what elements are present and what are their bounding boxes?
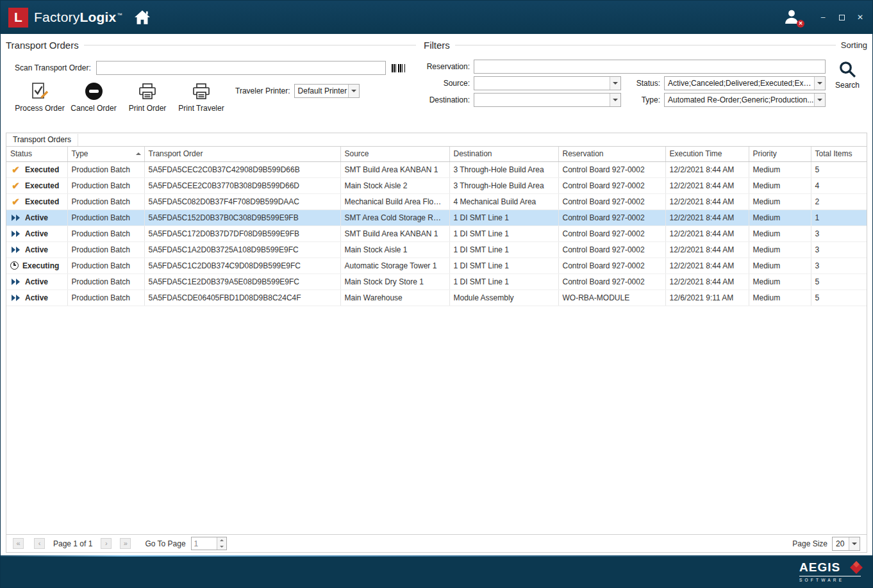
table-row[interactable]: Active Production Batch 5A5FDA5C1A2D0B37… <box>6 241 867 257</box>
destination-cell: 3 Through-Hole Build Area <box>449 177 558 193</box>
source-label: Source: <box>424 79 470 88</box>
column-header-transport-order[interactable]: Transport Order <box>144 147 340 161</box>
minimize-button[interactable]: – <box>819 13 827 22</box>
table-row[interactable]: Active Production Batch 5A5FDA5C172D0B37… <box>6 225 867 241</box>
page-size-combo[interactable]: 20 <box>832 537 860 551</box>
cancel-order-button[interactable]: Cancel Order <box>69 81 119 113</box>
goto-page-input[interactable] <box>192 537 217 550</box>
type-cell: Production Batch <box>67 209 144 225</box>
previous-page-button[interactable]: ‹ <box>34 538 45 549</box>
column-header-type[interactable]: Type <box>67 147 144 161</box>
priority-cell: Medium <box>749 177 811 193</box>
column-header-execution-time[interactable]: Execution Time <box>665 147 749 161</box>
execution-time-cell: 12/2/2021 8:44 AM <box>665 241 749 257</box>
factorylogix-logo: L FactoryLogix™ <box>8 8 122 28</box>
page-size-field: Page Size 20 <box>792 537 860 551</box>
chevron-down-icon[interactable] <box>814 94 825 106</box>
traveler-printer-combo[interactable]: Default Printer <box>294 84 360 98</box>
tab-transport-orders[interactable]: Transport Orders <box>6 134 78 146</box>
type-cell: Production Batch <box>67 193 144 209</box>
total-items-cell: 3 <box>811 225 867 241</box>
table-row[interactable]: Active Production Batch 5A5FDA5CDE06405F… <box>6 290 867 306</box>
first-page-button[interactable]: « <box>13 538 24 549</box>
brand-light: Factory <box>34 10 79 24</box>
spin-down-icon[interactable] <box>217 544 226 550</box>
status-icon <box>10 277 21 286</box>
reservation-input[interactable] <box>474 60 826 74</box>
print-order-button[interactable]: Print Order <box>122 81 172 113</box>
traveler-printer-label: Traveler Printer: <box>235 86 290 95</box>
column-header-total-items[interactable]: Total Items <box>811 147 867 161</box>
user-status-button[interactable]: ✕ <box>783 8 802 27</box>
brand-title: FactoryLogix™ <box>34 10 122 25</box>
type-combo[interactable]: Automated Re-Order;Generic;Production... <box>664 93 826 107</box>
top-panels: Transport Orders Scan Transport Order: P… <box>6 38 867 126</box>
total-items-cell: 5 <box>811 290 867 306</box>
close-button[interactable]: ✕ <box>856 13 865 22</box>
process-order-button[interactable]: Process Order <box>15 81 65 113</box>
transport-orders-table: Status Type Transport Order Source Desti… <box>6 147 867 306</box>
total-items-cell: 1 <box>811 209 867 225</box>
next-page-button[interactable]: › <box>101 538 112 549</box>
status-text: Executing <box>22 261 59 270</box>
chevron-down-icon[interactable] <box>849 537 860 550</box>
page-size-label: Page Size <box>792 539 827 548</box>
cancel-order-label: Cancel Order <box>71 104 116 113</box>
total-items-cell: 5 <box>811 274 867 290</box>
last-page-button[interactable]: » <box>120 538 131 549</box>
status-combo[interactable]: Active;Canceled;Delivered;Executed;Exec.… <box>664 76 826 90</box>
column-header-source[interactable]: Source <box>340 147 449 161</box>
execution-time-cell: 12/2/2021 8:44 AM <box>665 177 749 193</box>
type-label: Type: <box>625 95 660 104</box>
print-traveler-button[interactable]: Print Traveler <box>176 81 226 113</box>
chevron-down-icon[interactable] <box>814 77 825 90</box>
status-text: Executed <box>25 197 59 206</box>
column-header-destination[interactable]: Destination <box>449 147 558 161</box>
search-button[interactable]: Search <box>827 60 867 108</box>
scan-transport-order-input[interactable] <box>96 61 386 75</box>
chevron-down-icon[interactable] <box>610 94 620 106</box>
brand-tm: ™ <box>117 12 122 18</box>
scan-row: Scan Transport Order: <box>6 61 416 75</box>
table-row[interactable]: Active Production Batch 5A5FDA5C152D0B37… <box>6 209 867 225</box>
maximize-button[interactable] <box>837 13 846 22</box>
priority-cell: Medium <box>749 290 811 306</box>
column-header-priority[interactable]: Priority <box>749 147 811 161</box>
priority-cell: Medium <box>749 209 811 225</box>
destination-cell: 1 DI SMT Line 1 <box>449 257 558 274</box>
goto-page-label: Go To Page <box>145 539 185 548</box>
source-cell: Main Stock Aisle 2 <box>340 177 449 193</box>
destination-combo[interactable] <box>474 93 621 107</box>
destination-cell: Module Assembly <box>449 290 558 306</box>
aegis-logo: AEGIS SOFTWARE <box>799 560 861 582</box>
reservation-cell: Control Board 927-0002 <box>558 161 665 177</box>
search-label: Search <box>835 81 860 90</box>
column-header-status[interactable]: Status <box>6 147 67 161</box>
source-combo[interactable] <box>474 76 621 90</box>
sorting-expander[interactable]: Sorting <box>841 40 867 50</box>
spin-up-icon[interactable] <box>217 537 226 544</box>
table-row[interactable]: Executed Production Batch 5A5FDA5C082D0B… <box>6 193 867 209</box>
aegis-brand-text: AEGIS <box>799 560 840 575</box>
type-value: Automated Re-Order;Generic;Production... <box>665 95 814 104</box>
table-row[interactable]: Executed Production Batch 5A5FDA5CEC2C0B… <box>6 161 867 177</box>
destination-cell: 3 Through-Hole Build Area <box>449 161 558 177</box>
chevron-down-icon[interactable] <box>348 85 359 97</box>
home-button[interactable] <box>133 8 152 26</box>
total-items-cell: 4 <box>811 177 867 193</box>
type-cell: Production Batch <box>67 257 144 274</box>
table-row[interactable]: Executing Production Batch 5A5FDA5C1C2D0… <box>6 257 867 274</box>
source-cell: Main Stock Aisle 1 <box>340 241 449 257</box>
maximize-icon <box>839 15 845 20</box>
pager: « ‹ Page 1 of 1 › » Go To Page Page Size <box>6 534 867 552</box>
column-header-reservation[interactable]: Reservation <box>558 147 665 161</box>
status-text: Executed <box>25 165 59 174</box>
chevron-down-icon[interactable] <box>610 77 620 90</box>
table-row[interactable]: Active Production Batch 5A5FDA5C1E2D0B37… <box>6 274 867 290</box>
table-row[interactable]: Executed Production Batch 5A5FDA5CEE2C0B… <box>6 177 867 193</box>
panel-rule <box>455 45 836 45</box>
status-value: Active;Canceled;Delivered;Executed;Exec.… <box>665 79 814 88</box>
source-cell: Mechanical Build Area Floor... <box>340 193 449 209</box>
execution-time-cell: 12/2/2021 8:44 AM <box>665 225 749 241</box>
execution-time-cell: 12/2/2021 8:44 AM <box>665 209 749 225</box>
